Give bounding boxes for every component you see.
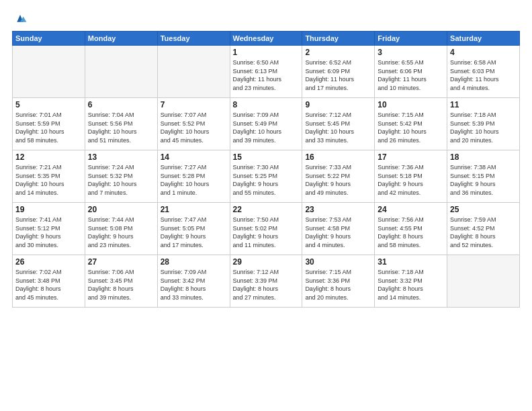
calendar-cell: 26Sunrise: 7:02 AM Sunset: 3:48 PM Dayli… [13, 255, 85, 308]
day-info: Sunrise: 7:12 AM Sunset: 5:45 PM Dayligh… [305, 111, 371, 144]
calendar-cell: 27Sunrise: 7:06 AM Sunset: 3:45 PM Dayli… [85, 255, 157, 308]
day-number: 3 [378, 48, 444, 57]
day-number: 10 [378, 100, 444, 109]
calendar-cell: 4Sunrise: 6:58 AM Sunset: 6:03 PM Daylig… [447, 46, 520, 98]
day-number: 14 [161, 152, 227, 162]
calendar-cell: 14Sunrise: 7:27 AM Sunset: 5:28 PM Dayli… [157, 150, 230, 203]
weekday-header-sunday: Sunday [13, 32, 85, 46]
week-row-3: 19Sunrise: 7:41 AM Sunset: 5:12 PM Dayli… [13, 203, 520, 255]
day-number: 12 [15, 152, 82, 162]
day-info: Sunrise: 7:18 AM Sunset: 3:32 PM Dayligh… [378, 268, 444, 302]
calendar-cell: 17Sunrise: 7:36 AM Sunset: 5:18 PM Dayli… [375, 150, 447, 203]
day-info: Sunrise: 7:47 AM Sunset: 5:05 PM Dayligh… [161, 216, 227, 249]
calendar-cell: 9Sunrise: 7:12 AM Sunset: 5:45 PM Daylig… [302, 98, 375, 150]
page: SundayMondayTuesdayWednesdayThursdayFrid… [0, 0, 532, 411]
day-info: Sunrise: 7:36 AM Sunset: 5:18 PM Dayligh… [378, 163, 444, 197]
logo [12, 12, 27, 26]
week-row-1: 5Sunrise: 7:01 AM Sunset: 5:59 PM Daylig… [13, 98, 520, 150]
day-info: Sunrise: 6:55 AM Sunset: 6:06 PM Dayligh… [378, 58, 444, 92]
calendar-cell: 1Sunrise: 6:50 AM Sunset: 6:13 PM Daylig… [230, 46, 302, 98]
day-info: Sunrise: 7:06 AM Sunset: 3:45 PM Dayligh… [88, 268, 154, 302]
day-info: Sunrise: 7:01 AM Sunset: 5:59 PM Dayligh… [15, 111, 82, 144]
day-number: 4 [450, 48, 517, 57]
weekday-header-tuesday: Tuesday [157, 32, 230, 46]
weekday-header-thursday: Thursday [302, 32, 375, 46]
day-info: Sunrise: 7:24 AM Sunset: 5:32 PM Dayligh… [88, 163, 154, 197]
day-info: Sunrise: 7:12 AM Sunset: 3:39 PM Dayligh… [233, 268, 300, 302]
day-number: 6 [88, 100, 154, 109]
calendar-cell: 2Sunrise: 6:52 AM Sunset: 6:09 PM Daylig… [302, 46, 375, 98]
day-number: 23 [305, 205, 371, 214]
day-info: Sunrise: 7:38 AM Sunset: 5:15 PM Dayligh… [450, 163, 517, 197]
day-number: 27 [88, 257, 154, 267]
day-info: Sunrise: 7:07 AM Sunset: 5:52 PM Dayligh… [161, 111, 227, 144]
calendar-cell: 15Sunrise: 7:30 AM Sunset: 5:25 PM Dayli… [230, 150, 302, 203]
day-info: Sunrise: 7:44 AM Sunset: 5:08 PM Dayligh… [88, 216, 154, 249]
day-info: Sunrise: 7:27 AM Sunset: 5:28 PM Dayligh… [161, 163, 227, 197]
day-info: Sunrise: 7:15 AM Sunset: 5:42 PM Dayligh… [378, 111, 444, 144]
day-number: 17 [378, 152, 444, 162]
calendar-cell: 29Sunrise: 7:12 AM Sunset: 3:39 PM Dayli… [230, 255, 302, 308]
weekday-header-row: SundayMondayTuesdayWednesdayThursdayFrid… [13, 32, 520, 46]
day-number: 24 [378, 205, 444, 214]
day-info: Sunrise: 7:50 AM Sunset: 5:02 PM Dayligh… [233, 216, 300, 249]
day-info: Sunrise: 6:52 AM Sunset: 6:09 PM Dayligh… [305, 58, 371, 92]
calendar-table: SundayMondayTuesdayWednesdayThursdayFrid… [12, 31, 520, 308]
weekday-header-friday: Friday [375, 32, 447, 46]
calendar-cell: 13Sunrise: 7:24 AM Sunset: 5:32 PM Dayli… [85, 150, 157, 203]
header [12, 12, 520, 26]
day-number: 8 [233, 100, 300, 109]
day-number: 26 [15, 257, 82, 267]
day-info: Sunrise: 7:30 AM Sunset: 5:25 PM Dayligh… [233, 163, 300, 197]
calendar-cell: 10Sunrise: 7:15 AM Sunset: 5:42 PM Dayli… [375, 98, 447, 150]
day-number: 28 [161, 257, 227, 267]
calendar-cell: 24Sunrise: 7:56 AM Sunset: 4:55 PM Dayli… [375, 203, 447, 255]
calendar-cell: 5Sunrise: 7:01 AM Sunset: 5:59 PM Daylig… [13, 98, 85, 150]
week-row-0: 1Sunrise: 6:50 AM Sunset: 6:13 PM Daylig… [13, 46, 520, 98]
calendar-cell: 23Sunrise: 7:53 AM Sunset: 4:58 PM Dayli… [302, 203, 375, 255]
day-number: 15 [233, 152, 300, 162]
day-number: 21 [161, 205, 227, 214]
day-info: Sunrise: 7:18 AM Sunset: 5:39 PM Dayligh… [450, 111, 517, 144]
day-info: Sunrise: 7:09 AM Sunset: 3:42 PM Dayligh… [161, 268, 227, 302]
calendar-cell: 30Sunrise: 7:15 AM Sunset: 3:36 PM Dayli… [302, 255, 375, 308]
weekday-header-monday: Monday [85, 32, 157, 46]
day-number: 9 [305, 100, 371, 109]
day-info: Sunrise: 7:02 AM Sunset: 3:48 PM Dayligh… [15, 268, 82, 302]
day-number: 2 [305, 48, 371, 57]
calendar-cell: 18Sunrise: 7:38 AM Sunset: 5:15 PM Dayli… [447, 150, 520, 203]
weekday-header-saturday: Saturday [447, 32, 520, 46]
day-number: 7 [161, 100, 227, 109]
day-info: Sunrise: 7:04 AM Sunset: 5:56 PM Dayligh… [88, 111, 154, 144]
day-info: Sunrise: 7:33 AM Sunset: 5:22 PM Dayligh… [305, 163, 371, 197]
calendar-cell: 20Sunrise: 7:44 AM Sunset: 5:08 PM Dayli… [85, 203, 157, 255]
calendar-cell: 22Sunrise: 7:50 AM Sunset: 5:02 PM Dayli… [230, 203, 302, 255]
day-info: Sunrise: 7:21 AM Sunset: 5:35 PM Dayligh… [15, 163, 82, 197]
calendar-cell: 7Sunrise: 7:07 AM Sunset: 5:52 PM Daylig… [157, 98, 230, 150]
calendar-cell: 16Sunrise: 7:33 AM Sunset: 5:22 PM Dayli… [302, 150, 375, 203]
calendar-cell: 28Sunrise: 7:09 AM Sunset: 3:42 PM Dayli… [157, 255, 230, 308]
day-number: 5 [15, 100, 82, 109]
day-info: Sunrise: 7:15 AM Sunset: 3:36 PM Dayligh… [305, 268, 371, 302]
day-number: 20 [88, 205, 154, 214]
day-info: Sunrise: 7:09 AM Sunset: 5:49 PM Dayligh… [233, 111, 300, 144]
day-number: 19 [15, 205, 82, 214]
calendar-cell: 19Sunrise: 7:41 AM Sunset: 5:12 PM Dayli… [13, 203, 85, 255]
day-number: 31 [378, 257, 444, 267]
day-number: 25 [450, 205, 517, 214]
calendar-cell: 3Sunrise: 6:55 AM Sunset: 6:06 PM Daylig… [375, 46, 447, 98]
week-row-4: 26Sunrise: 7:02 AM Sunset: 3:48 PM Dayli… [13, 255, 520, 308]
day-info: Sunrise: 7:56 AM Sunset: 4:55 PM Dayligh… [378, 216, 444, 249]
calendar-cell: 6Sunrise: 7:04 AM Sunset: 5:56 PM Daylig… [85, 98, 157, 150]
day-number: 13 [88, 152, 154, 162]
logo-icon [13, 12, 27, 26]
calendar-cell [157, 46, 230, 98]
day-info: Sunrise: 7:53 AM Sunset: 4:58 PM Dayligh… [305, 216, 371, 249]
calendar-cell [85, 46, 157, 98]
day-info: Sunrise: 6:58 AM Sunset: 6:03 PM Dayligh… [450, 58, 517, 92]
calendar-cell: 8Sunrise: 7:09 AM Sunset: 5:49 PM Daylig… [230, 98, 302, 150]
calendar-cell: 12Sunrise: 7:21 AM Sunset: 5:35 PM Dayli… [13, 150, 85, 203]
week-row-2: 12Sunrise: 7:21 AM Sunset: 5:35 PM Dayli… [13, 150, 520, 203]
calendar-cell: 31Sunrise: 7:18 AM Sunset: 3:32 PM Dayli… [375, 255, 447, 308]
calendar-cell [13, 46, 85, 98]
